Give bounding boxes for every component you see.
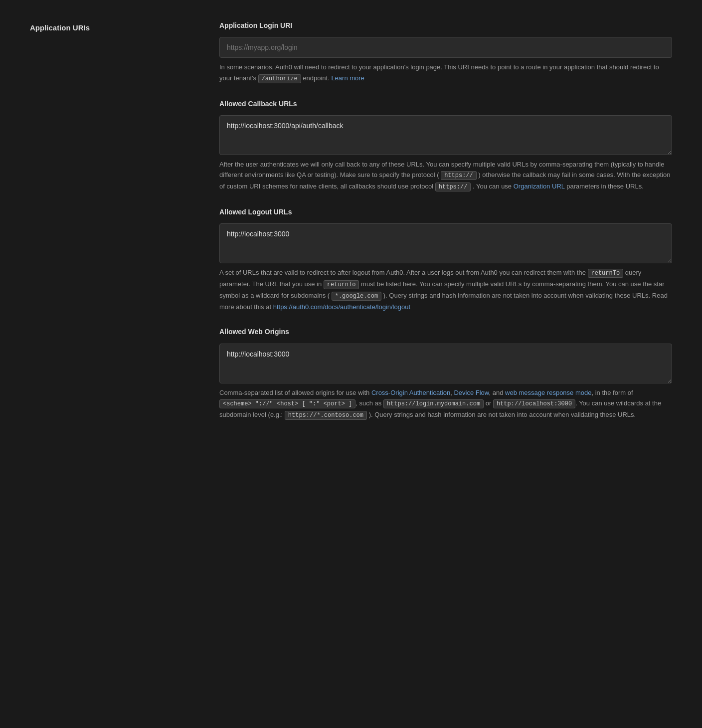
page-container: Application URIs Application Login URI I…: [0, 0, 702, 441]
app-login-uri-input[interactable]: [219, 37, 672, 58]
web-message-response-link[interactable]: web message response mode: [505, 389, 591, 396]
allowed-web-origins-group: Allowed Web Origins http://localhost:300…: [219, 326, 672, 420]
cross-origin-auth-link[interactable]: Cross-Origin Authentication: [371, 389, 450, 396]
allowed-web-origins-label: Allowed Web Origins: [219, 326, 672, 337]
authorize-code: /authorize: [258, 74, 301, 83]
https-code-1: https://: [441, 171, 477, 180]
device-flow-link[interactable]: Device Flow: [454, 389, 489, 396]
right-column: Application Login URI In some scenarios,…: [219, 20, 672, 421]
allowed-callback-urls-group: Allowed Callback URLs http://localhost:3…: [219, 98, 672, 192]
organization-url-link[interactable]: Organization URL: [514, 182, 565, 190]
mydomain-code: https://login.mydomain.com: [383, 399, 484, 408]
localhost-code: http://localhost:3000: [493, 399, 575, 408]
return-to-code-1: returnTo: [588, 269, 624, 278]
allowed-logout-urls-label: Allowed Logout URLs: [219, 206, 672, 217]
allowed-logout-urls-help: A set of URLs that are valid to redirect…: [219, 267, 672, 312]
app-login-uri-group: Application Login URI In some scenarios,…: [219, 20, 672, 84]
allowed-web-origins-help: Comma-separated list of allowed origins …: [219, 387, 672, 421]
allowed-logout-urls-input[interactable]: http://localhost:3000: [219, 223, 672, 263]
left-column: Application URIs: [30, 20, 199, 421]
scheme-code: <scheme> "://" <host> [ ":" <port> ]: [219, 399, 355, 408]
allowed-callback-urls-label: Allowed Callback URLs: [219, 98, 672, 109]
google-wildcard-code: *.google.com: [332, 292, 381, 301]
section-title: Application URIs: [30, 22, 199, 34]
allowed-callback-urls-input[interactable]: http://localhost:3000/api/auth/callback: [219, 115, 672, 155]
learn-more-link[interactable]: Learn more: [331, 74, 364, 82]
allowed-web-origins-input[interactable]: http://localhost:3000: [219, 344, 672, 383]
logout-docs-link[interactable]: https://auth0.com/docs/authenticate/logi…: [273, 303, 410, 311]
contoso-wildcard-code: https://*.contoso.com: [285, 411, 367, 420]
allowed-callback-urls-help: After the user authenticates we will onl…: [219, 159, 672, 192]
allowed-logout-urls-group: Allowed Logout URLs http://localhost:300…: [219, 206, 672, 312]
app-login-uri-label: Application Login URI: [219, 20, 672, 31]
app-login-uri-help: In some scenarios, Auth0 will need to re…: [219, 62, 672, 84]
https-code-2: https://: [435, 182, 471, 191]
return-to-code-2: returnTo: [324, 280, 359, 289]
